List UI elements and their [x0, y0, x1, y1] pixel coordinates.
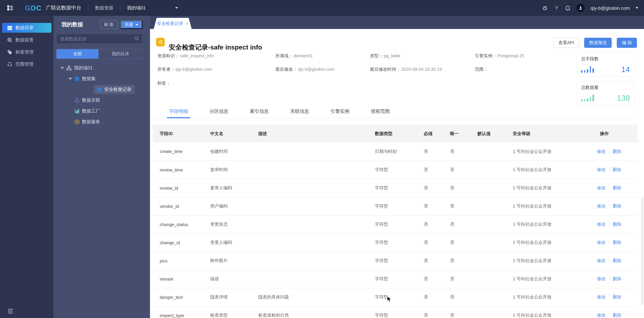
delete-link[interactable]: 删除 — [613, 167, 622, 172]
cell-actions: 修改删除 — [583, 252, 638, 270]
cell-default — [470, 161, 506, 179]
search-icon[interactable] — [134, 36, 139, 42]
meta-tags: 标签： — [158, 80, 171, 86]
workspace-tabstrip: 安全检查记录 × — [150, 16, 644, 29]
tree-node-domain[interactable]: 我的域01 — [54, 64, 150, 72]
sidebar-item-scope-management[interactable]: 范围管理 — [2, 59, 52, 69]
tree-caret-icon[interactable] — [68, 78, 72, 80]
edit-button[interactable]: 编 辑 — [617, 38, 637, 48]
cell-default — [470, 306, 506, 318]
domain-selector-label: 我的域01 — [127, 5, 146, 11]
stat-value: 138 — [617, 94, 630, 103]
table-row: create_time 创建时间 日期与时刻 否 否 1 可向社会公众开放 修改… — [153, 142, 638, 161]
delete-link[interactable]: 删除 — [613, 185, 622, 190]
edit-link[interactable]: 修改 — [597, 312, 606, 318]
delete-link[interactable]: 删除 — [613, 149, 622, 154]
delete-link[interactable]: 删除 — [613, 276, 622, 281]
tab-index-info[interactable]: 索引信息 — [250, 104, 269, 118]
tree-caret-icon[interactable] — [60, 67, 64, 69]
delete-link[interactable]: 删除 — [613, 240, 622, 245]
close-icon[interactable]: × — [186, 21, 188, 26]
view-api-button[interactable]: 查看API — [553, 38, 579, 48]
new-button[interactable]: 新建 — [120, 20, 142, 29]
tree-filter-segmented: 全部 我的目录 — [56, 49, 142, 59]
sidebar-item-tag-management[interactable]: 标签管理 — [2, 47, 52, 57]
edit-link[interactable]: 修改 — [597, 204, 606, 209]
gdc-logo: GDC — [25, 4, 42, 12]
tree-node-safe-inspect-record[interactable]: 安全检查记录 — [54, 85, 150, 94]
delete-link[interactable]: 删除 — [613, 258, 622, 263]
cell-description — [251, 197, 368, 215]
user-avatar[interactable] — [576, 4, 585, 12]
edit-link[interactable]: 修改 — [597, 240, 606, 245]
mini-bar-chart — [581, 65, 594, 73]
cell-security-level: 1 可向社会公众开放 — [506, 161, 583, 179]
edit-link[interactable]: 修改 — [597, 149, 606, 154]
hexagon-service-icon — [74, 119, 80, 125]
notification-bell-icon[interactable] — [565, 5, 571, 11]
edit-link[interactable]: 修改 — [597, 185, 606, 190]
meta-domain: 所属域：domain01 — [276, 53, 313, 59]
cell-description — [251, 270, 368, 288]
edit-link[interactable]: 修改 — [597, 294, 606, 299]
collapse-panel-icon[interactable] — [7, 308, 14, 314]
sidebar-item-data-explore[interactable]: 数据探查 — [2, 35, 52, 45]
cell-unique: 否 — [443, 161, 470, 179]
cell-unique: 否 — [443, 270, 470, 288]
col-default: 默认值 — [470, 125, 506, 142]
user-email[interactable]: qiy-b@glodon.com — [590, 5, 630, 11]
delete-link[interactable]: 删除 — [613, 312, 622, 318]
tree-node-data-factory[interactable]: 数据工厂 — [54, 107, 150, 115]
cell-actions: 修改删除 — [583, 233, 638, 252]
cell-actions: 修改删除 — [583, 142, 638, 161]
tree-node-data-relation[interactable]: 数据关联 — [54, 96, 150, 105]
nav-data-resources[interactable]: 数据资源 — [95, 5, 113, 11]
cell-data-type: 字符型 — [368, 270, 417, 288]
cell-required: 否 — [417, 270, 443, 288]
edit-link[interactable]: 修改 — [597, 167, 606, 172]
table-body: create_time 创建时间 日期与时刻 否 否 1 可向社会公众开放 修改… — [153, 142, 638, 318]
delete-link[interactable]: 删除 — [613, 222, 622, 227]
tree-node-data-service[interactable]: 数据服务 — [54, 118, 150, 126]
tree-node-dataset[interactable]: 数据集 — [54, 74, 150, 83]
link-divider — [609, 277, 609, 281]
data-preview-button[interactable]: 数据预览 — [584, 38, 612, 48]
segment-my-catalog[interactable]: 我的目录 — [98, 49, 142, 59]
sidebar-item-data-catalog[interactable]: 数据目录 — [2, 23, 52, 33]
bug-report-icon[interactable] — [542, 5, 548, 11]
tab-partition-info[interactable]: 分区信息 — [210, 104, 228, 118]
refresh-button[interactable]: 刷 新 — [100, 20, 118, 29]
tree-node-label: 我的域01 — [74, 65, 93, 71]
cell-unique: 否 — [443, 252, 470, 270]
link-divider — [609, 258, 609, 262]
workspace-tab-safe-inspect[interactable]: 安全检查记录 × — [154, 18, 192, 29]
tab-relation-info[interactable]: 关联信息 — [290, 104, 309, 118]
segment-all[interactable]: 全部 — [56, 49, 98, 59]
help-icon[interactable]: ? — [554, 5, 559, 11]
layout-menu-icon[interactable] — [7, 5, 14, 11]
delete-link[interactable]: 删除 — [613, 204, 622, 209]
link-divider — [609, 168, 609, 172]
domain-selector[interactable]: 我的域01 — [127, 5, 178, 11]
edit-link[interactable]: 修改 — [597, 276, 606, 281]
cell-security-level: 1 可向社会公众开放 — [506, 233, 583, 252]
search-input[interactable] — [60, 36, 134, 42]
cell-data-type: 字符型 — [368, 161, 417, 179]
sidebar-item-label: 范围管理 — [16, 61, 34, 67]
tab-engine-instance[interactable]: 引擎实例 — [330, 104, 350, 118]
edit-link[interactable]: 修改 — [597, 222, 606, 227]
cell-required: 否 — [417, 197, 443, 215]
explore-magnifier-icon — [7, 37, 12, 43]
cell-field-id: danger_text — [153, 288, 203, 306]
chevron-down-icon — [136, 24, 138, 26]
table-grid-icon — [96, 87, 102, 92]
cell-security-level: 1 可向社会公众开放 — [506, 215, 583, 233]
tree-node-label: 数据关联 — [82, 97, 100, 103]
tab-field-details[interactable]: 字段明细 — [169, 104, 188, 118]
delete-link[interactable]: 删除 — [613, 294, 622, 299]
edit-link[interactable]: 修改 — [597, 258, 606, 263]
chevron-down-icon[interactable] — [636, 7, 638, 9]
scrollbar-thumb[interactable] — [641, 197, 643, 305]
tab-auth-scope[interactable]: 授权范围 — [371, 104, 390, 118]
table-grid-icon — [74, 76, 80, 82]
